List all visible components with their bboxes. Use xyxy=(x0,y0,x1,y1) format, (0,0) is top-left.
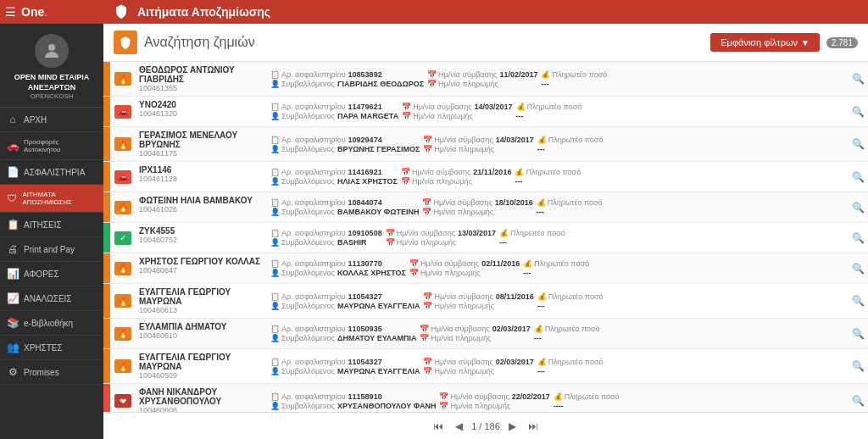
zoom-icon[interactable]: 🔍 xyxy=(852,138,865,150)
row-code: 100461128 xyxy=(139,175,264,183)
pagination-next-button[interactable]: ▶ xyxy=(505,419,520,434)
row-type-icon: ❤ xyxy=(114,394,131,408)
filter-button[interactable]: Εμφάνιση φίλτρων ▼ xyxy=(710,33,820,52)
info-group-left: 📋 Αρ. ασφαλιστηρίου 10853892 👤 Συμβαλλόμ… xyxy=(270,70,424,88)
table-row: 🔥 ΓΕΡΑΣΙΜΟΣ ΜΕΝΕΛΑΟΥ ΒΡΥΩΝΗΣ 100461175 📋… xyxy=(103,127,868,162)
col-action[interactable]: 🔍 xyxy=(848,349,868,383)
row-code: 100461026 xyxy=(139,205,264,214)
info-plir-val: --- xyxy=(515,177,616,186)
info-group-right: 💰 Πληρωτέο ποσό --- xyxy=(541,70,643,88)
zoom-icon[interactable]: 🔍 xyxy=(852,395,865,407)
sidebar-item-analytics[interactable]: 📈 ΑΝΑΛΩΣΕΙΣ xyxy=(0,286,103,311)
row-indicator xyxy=(103,384,110,412)
info-date-plir: 📅 Ημ/νία πληρωμής xyxy=(386,238,496,247)
info-date-plir: 📅 Ημ/νία πληρωμής xyxy=(423,145,533,153)
table-row: 🔥 ΦΩΤΕΙΝΗ ΗΛΙΑ ΒΑΜΒΑΚΟΥ 100461026 📋 Αρ. … xyxy=(103,192,868,223)
col-info: 📋 Αρ. ασφαλιστηρίου 10844074 👤 Συμβαλλόμ… xyxy=(267,192,848,222)
col-info: 📋 Αρ. ασφαλιστηρίου 11416921 👤 Συμβαλλόμ… xyxy=(267,162,848,192)
col-action[interactable]: 🔍 xyxy=(848,384,868,412)
row-code: 100461355 xyxy=(139,84,264,92)
info-plir-val: --- xyxy=(537,302,639,310)
person-icon: 👤 xyxy=(270,302,279,310)
reports-icon: 📊 xyxy=(7,268,19,280)
sidebar-item-requests[interactable]: 📋 ΑΙΤΗΣΕΙΣ xyxy=(0,213,103,237)
sidebar-item-reports[interactable]: 📊 ΑΦΟΡΕΣ xyxy=(0,262,103,286)
calendar-icon: 📅 xyxy=(402,103,410,111)
car-icon: 🚗 xyxy=(7,140,19,152)
calendar2-icon: 📅 xyxy=(401,177,409,186)
col-action[interactable]: 🔍 xyxy=(848,127,868,161)
info-plir: 💰 Πληρωτέο ποσό xyxy=(537,292,639,301)
row-code: 100461320 xyxy=(139,109,264,118)
menu-icon[interactable]: ☰ xyxy=(5,5,16,19)
sidebar-item-print[interactable]: 🖨 Print and Pay xyxy=(0,237,103,262)
info-plir-val: --- xyxy=(499,238,601,247)
info-group-mid: 📅 Ημ/νία σύμβασης 18/10/2016 📅 Ημ/νία πλ… xyxy=(422,198,532,216)
col-action[interactable]: 🔍 xyxy=(848,62,868,96)
info-group-mid: 📅 Ημ/νία σύμβασης 21/11/2016 📅 Ημ/νία πλ… xyxy=(401,168,511,186)
zoom-icon[interactable]: 🔍 xyxy=(852,295,865,307)
info-date-plir: 📅 Ημ/νία πληρωμής xyxy=(401,177,511,186)
calendar-icon: 📅 xyxy=(422,198,431,207)
calendar-icon: 📅 xyxy=(409,259,418,268)
info-date-plir: 📅 Ημ/νία πληρωμής xyxy=(402,112,512,120)
sidebar-item-library-label: e-Βιβλιοθήκη xyxy=(24,319,73,328)
zoom-icon[interactable]: 🔍 xyxy=(852,263,865,275)
col-action[interactable]: 🔍 xyxy=(848,284,868,318)
info-plir-val: --- xyxy=(537,367,639,375)
sidebar-item-users-label: ΧΡΗΣΤΕΣ xyxy=(24,343,63,353)
zoom-icon[interactable]: 🔍 xyxy=(852,73,865,85)
info-ar-asf: 📋 Αρ. ασφαλιστηρίου 10844074 xyxy=(270,198,419,207)
row-icon-col: ❤ xyxy=(110,384,136,412)
zoom-icon[interactable]: 🔍 xyxy=(852,328,865,340)
calendar2-icon: 📅 xyxy=(423,302,431,310)
calendar-icon: 📅 xyxy=(423,358,431,366)
row-indicator xyxy=(103,162,110,192)
row-name: ΘΕΟΔΩΡΟΣ ΑΝΤΩΝΙΟΥ ΓΙΑΒΡΙΔΗΣ xyxy=(139,65,264,84)
col-info: 📋 Αρ. ασφαλιστηρίου 11054327 👤 Συμβαλλόμ… xyxy=(267,284,848,318)
person-icon: 👤 xyxy=(270,177,279,186)
info-date-sym: 📅 Ημ/νία σύμβασης 22/02/2017 xyxy=(439,392,549,401)
pagination-first-button[interactable]: ⏮ xyxy=(430,419,447,434)
col-action[interactable]: 🔍 xyxy=(848,162,868,192)
sidebar-item-library[interactable]: 📚 e-Βιβλιοθήκη xyxy=(0,311,103,336)
row-type-icon: 🔥 xyxy=(114,262,131,275)
zoom-icon[interactable]: 🔍 xyxy=(852,171,865,183)
info-symv: 👤 Συμβαλλόμενος ΜΑΥΡΩΝΑ ΕΥΑΓΓΕΛΙΑ xyxy=(270,302,420,310)
sidebar-item-home[interactable]: ⌂ ΑΡΧΗ xyxy=(0,108,103,132)
info-date-plir: 📅 Ημ/νία πληρωμής xyxy=(422,208,532,216)
sidebar-item-users[interactable]: 👥 ΧΡΗΣΤΕΣ xyxy=(0,336,103,360)
pagination-last-button[interactable]: ⏭ xyxy=(525,419,542,434)
col-action[interactable]: 🔍 xyxy=(848,97,868,126)
sidebar-item-insurance[interactable]: 📄 ΑΣΦΑΛΙΣΤΗΡΙΑ xyxy=(0,160,103,185)
col-action[interactable]: 🔍 xyxy=(848,319,868,348)
info-ar-asf: 📋 Αρ. ασφαλιστηρίου 11158910 xyxy=(270,392,436,401)
info-group-left: 📋 Αρ. ασφαλιστηρίου 11054327 👤 Συμβαλλόμ… xyxy=(270,292,420,310)
sidebar-item-cars[interactable]: 🚗 Προσφορές Αυτοκινήτου xyxy=(0,132,103,160)
col-action[interactable]: 🔍 xyxy=(848,253,868,283)
col-main: ΕΥΑΓΓΕΛΙΑ ΓΕΩΡΓΙΟΥ ΜΑΥΡΩΝΑ 100460509 xyxy=(136,349,267,383)
info-plir: 💰 Πληρωτέο ποσό xyxy=(516,103,618,111)
zoom-icon[interactable]: 🔍 xyxy=(852,202,865,214)
zoom-icon[interactable]: 🔍 xyxy=(852,360,865,372)
row-code: 100460610 xyxy=(139,331,264,340)
sidebar-item-promises[interactable]: ⚙ Promises xyxy=(0,360,103,385)
sidebar-item-home-label: ΑΡΧΗ xyxy=(24,115,47,125)
col-action[interactable]: 🔍 xyxy=(848,192,868,222)
zoom-icon[interactable]: 🔍 xyxy=(852,232,865,244)
zoom-icon[interactable]: 🔍 xyxy=(852,106,865,118)
info-date-plir: 📅 Ημ/νία πληρωμής xyxy=(409,269,520,277)
info-ar-asf: 📋 Αρ. ασφαλιστηρίου 11054327 xyxy=(270,292,420,301)
info-group-right: 💰 Πληρωτέο ποσό --- xyxy=(523,259,625,277)
col-main: ΓΕΡΑΣΙΜΟΣ ΜΕΝΕΛΑΟΥ ΒΡΥΩΝΗΣ 100461175 xyxy=(136,127,267,161)
info-plir-val: ---- xyxy=(554,402,655,410)
pagination-prev-button[interactable]: ◀ xyxy=(452,419,466,434)
info-group-mid: 📅 Ημ/νία σύμβασης 11/02/2017 📅 Ημ/νία πλ… xyxy=(427,70,537,88)
row-icon-col: 🔥 xyxy=(110,192,136,222)
info-group-left: 📋 Αρ. ασφαλιστηρίου 11479621 👤 Συμβαλλόμ… xyxy=(270,103,398,120)
row-icon-col: 🔥 xyxy=(110,284,136,318)
sidebar-header: ☰ One. xyxy=(0,0,103,24)
money-icon: 💰 xyxy=(537,136,546,144)
col-action[interactable]: 🔍 xyxy=(848,223,868,253)
sidebar-item-claims[interactable]: 🛡 ΑΙΤΗΜΑΤΑ ΑΠΟΖΗΜΙΩΣΗΣ xyxy=(0,185,103,213)
